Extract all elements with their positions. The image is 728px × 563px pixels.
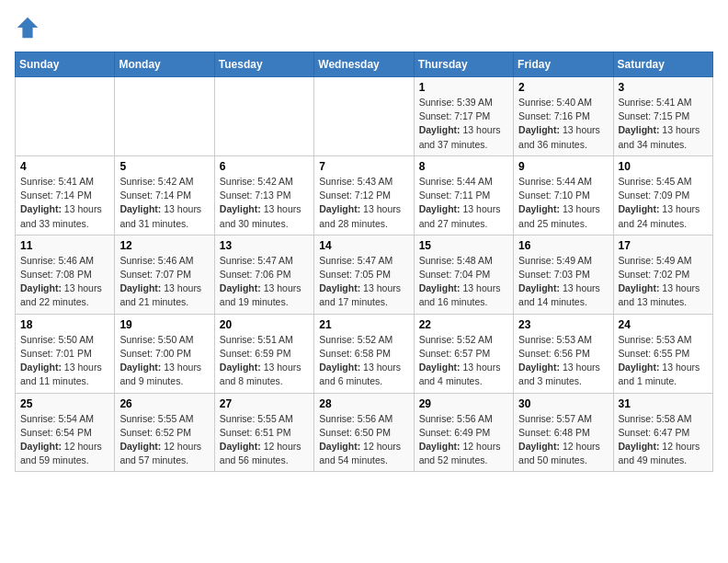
day-number: 8 bbox=[419, 160, 508, 173]
calendar-week-row: 11Sunrise: 5:46 AMSunset: 7:08 PMDayligh… bbox=[16, 235, 713, 314]
calendar-cell: 31Sunrise: 5:58 AMSunset: 6:47 PMDayligh… bbox=[613, 393, 712, 472]
day-detail: Sunrise: 5:49 AMSunset: 7:03 PMDaylight:… bbox=[518, 254, 608, 310]
calendar-table: SundayMondayTuesdayWednesdayThursdayFrid… bbox=[15, 52, 713, 472]
day-number: 17 bbox=[619, 239, 708, 252]
calendar-cell bbox=[314, 77, 414, 156]
day-detail: Sunrise: 5:50 AMSunset: 7:00 PMDaylight:… bbox=[119, 333, 209, 389]
weekday-header: Thursday bbox=[414, 52, 513, 77]
day-detail: Sunrise: 5:54 AMSunset: 6:54 PMDaylight:… bbox=[20, 412, 109, 468]
day-number: 10 bbox=[619, 160, 708, 173]
calendar-cell: 14Sunrise: 5:47 AMSunset: 7:05 PMDayligh… bbox=[314, 235, 414, 314]
calendar-week-row: 4Sunrise: 5:41 AMSunset: 7:14 PMDaylight… bbox=[16, 155, 713, 235]
logo-icon bbox=[15, 15, 40, 40]
calendar-cell: 28Sunrise: 5:56 AMSunset: 6:50 PMDayligh… bbox=[314, 393, 414, 472]
day-detail: Sunrise: 5:50 AMSunset: 7:01 PMDaylight:… bbox=[20, 333, 109, 389]
day-detail: Sunrise: 5:58 AMSunset: 6:47 PMDaylight:… bbox=[619, 412, 708, 468]
calendar-cell bbox=[115, 77, 214, 156]
day-number: 28 bbox=[319, 397, 408, 410]
calendar-cell: 8Sunrise: 5:44 AMSunset: 7:11 PMDaylight… bbox=[414, 155, 513, 235]
calendar-cell: 17Sunrise: 5:49 AMSunset: 7:02 PMDayligh… bbox=[613, 235, 712, 314]
day-number: 21 bbox=[319, 318, 408, 331]
day-number: 15 bbox=[419, 239, 508, 252]
calendar-cell: 11Sunrise: 5:46 AMSunset: 7:08 PMDayligh… bbox=[16, 235, 115, 314]
day-detail: Sunrise: 5:56 AMSunset: 6:50 PMDaylight:… bbox=[319, 412, 408, 468]
day-number: 16 bbox=[518, 239, 608, 252]
day-detail: Sunrise: 5:52 AMSunset: 6:57 PMDaylight:… bbox=[419, 333, 508, 389]
calendar-cell: 24Sunrise: 5:53 AMSunset: 6:55 PMDayligh… bbox=[613, 314, 712, 393]
day-detail: Sunrise: 5:45 AMSunset: 7:09 PMDaylight:… bbox=[619, 175, 708, 231]
day-detail: Sunrise: 5:42 AMSunset: 7:13 PMDaylight:… bbox=[220, 175, 309, 231]
calendar-cell: 30Sunrise: 5:57 AMSunset: 6:48 PMDayligh… bbox=[514, 393, 613, 472]
weekday-header: Wednesday bbox=[314, 52, 414, 77]
day-detail: Sunrise: 5:40 AMSunset: 7:16 PMDaylight:… bbox=[518, 96, 608, 152]
calendar-cell: 23Sunrise: 5:53 AMSunset: 6:56 PMDayligh… bbox=[514, 314, 613, 393]
calendar-week-row: 25Sunrise: 5:54 AMSunset: 6:54 PMDayligh… bbox=[16, 393, 713, 472]
day-detail: Sunrise: 5:56 AMSunset: 6:49 PMDaylight:… bbox=[419, 412, 508, 468]
calendar-cell: 4Sunrise: 5:41 AMSunset: 7:14 PMDaylight… bbox=[16, 155, 115, 235]
calendar-cell: 10Sunrise: 5:45 AMSunset: 7:09 PMDayligh… bbox=[613, 155, 712, 235]
day-number: 26 bbox=[119, 397, 209, 410]
calendar-cell: 13Sunrise: 5:47 AMSunset: 7:06 PMDayligh… bbox=[214, 235, 313, 314]
calendar-cell: 16Sunrise: 5:49 AMSunset: 7:03 PMDayligh… bbox=[514, 235, 613, 314]
calendar-cell: 15Sunrise: 5:48 AMSunset: 7:04 PMDayligh… bbox=[414, 235, 513, 314]
weekday-header: Sunday bbox=[16, 52, 115, 77]
calendar-cell: 9Sunrise: 5:44 AMSunset: 7:10 PMDaylight… bbox=[514, 155, 613, 235]
day-detail: Sunrise: 5:55 AMSunset: 6:51 PMDaylight:… bbox=[220, 412, 309, 468]
day-number: 24 bbox=[619, 318, 708, 331]
day-number: 27 bbox=[220, 397, 309, 410]
weekday-header: Saturday bbox=[613, 52, 712, 77]
calendar-cell: 2Sunrise: 5:40 AMSunset: 7:16 PMDaylight… bbox=[514, 77, 613, 156]
day-detail: Sunrise: 5:48 AMSunset: 7:04 PMDaylight:… bbox=[419, 254, 508, 310]
day-detail: Sunrise: 5:41 AMSunset: 7:14 PMDaylight:… bbox=[20, 175, 109, 231]
day-number: 13 bbox=[220, 239, 309, 252]
weekday-header: Friday bbox=[514, 52, 613, 77]
day-number: 3 bbox=[619, 81, 708, 94]
day-number: 23 bbox=[518, 318, 608, 331]
calendar-cell: 26Sunrise: 5:55 AMSunset: 6:52 PMDayligh… bbox=[115, 393, 214, 472]
day-number: 11 bbox=[20, 239, 109, 252]
day-number: 22 bbox=[419, 318, 508, 331]
day-number: 30 bbox=[518, 397, 608, 410]
calendar-cell bbox=[16, 77, 115, 156]
day-detail: Sunrise: 5:46 AMSunset: 7:07 PMDaylight:… bbox=[119, 254, 209, 310]
calendar-cell: 29Sunrise: 5:56 AMSunset: 6:49 PMDayligh… bbox=[414, 393, 513, 472]
day-number: 1 bbox=[419, 81, 508, 94]
day-number: 6 bbox=[220, 160, 309, 173]
calendar-cell: 22Sunrise: 5:52 AMSunset: 6:57 PMDayligh… bbox=[414, 314, 513, 393]
day-detail: Sunrise: 5:51 AMSunset: 6:59 PMDaylight:… bbox=[220, 333, 309, 389]
day-detail: Sunrise: 5:41 AMSunset: 7:15 PMDaylight:… bbox=[619, 96, 708, 152]
day-number: 20 bbox=[220, 318, 309, 331]
day-detail: Sunrise: 5:49 AMSunset: 7:02 PMDaylight:… bbox=[619, 254, 708, 310]
page-header bbox=[15, 15, 713, 40]
day-number: 31 bbox=[619, 397, 708, 410]
day-number: 9 bbox=[518, 160, 608, 173]
calendar-cell: 19Sunrise: 5:50 AMSunset: 7:00 PMDayligh… bbox=[115, 314, 214, 393]
weekday-header: Monday bbox=[115, 52, 214, 77]
day-number: 7 bbox=[319, 160, 408, 173]
calendar-cell: 20Sunrise: 5:51 AMSunset: 6:59 PMDayligh… bbox=[214, 314, 313, 393]
calendar-cell: 25Sunrise: 5:54 AMSunset: 6:54 PMDayligh… bbox=[16, 393, 115, 472]
day-detail: Sunrise: 5:53 AMSunset: 6:55 PMDaylight:… bbox=[619, 333, 708, 389]
day-number: 12 bbox=[119, 239, 209, 252]
day-detail: Sunrise: 5:47 AMSunset: 7:05 PMDaylight:… bbox=[319, 254, 408, 310]
day-number: 5 bbox=[119, 160, 209, 173]
calendar-cell: 6Sunrise: 5:42 AMSunset: 7:13 PMDaylight… bbox=[214, 155, 313, 235]
day-detail: Sunrise: 5:47 AMSunset: 7:06 PMDaylight:… bbox=[220, 254, 309, 310]
calendar-cell bbox=[214, 77, 313, 156]
day-number: 18 bbox=[20, 318, 109, 331]
day-detail: Sunrise: 5:57 AMSunset: 6:48 PMDaylight:… bbox=[518, 412, 608, 468]
calendar-cell: 1Sunrise: 5:39 AMSunset: 7:17 PMDaylight… bbox=[414, 77, 513, 156]
logo bbox=[15, 15, 44, 40]
day-detail: Sunrise: 5:43 AMSunset: 7:12 PMDaylight:… bbox=[319, 175, 408, 231]
calendar-cell: 27Sunrise: 5:55 AMSunset: 6:51 PMDayligh… bbox=[214, 393, 313, 472]
day-detail: Sunrise: 5:39 AMSunset: 7:17 PMDaylight:… bbox=[419, 96, 508, 152]
calendar-cell: 18Sunrise: 5:50 AMSunset: 7:01 PMDayligh… bbox=[16, 314, 115, 393]
calendar-week-row: 1Sunrise: 5:39 AMSunset: 7:17 PMDaylight… bbox=[16, 77, 713, 156]
day-number: 25 bbox=[20, 397, 109, 410]
day-number: 29 bbox=[419, 397, 508, 410]
day-number: 19 bbox=[119, 318, 209, 331]
svg-marker-0 bbox=[17, 17, 38, 38]
calendar-week-row: 18Sunrise: 5:50 AMSunset: 7:01 PMDayligh… bbox=[16, 314, 713, 393]
day-number: 2 bbox=[518, 81, 608, 94]
day-detail: Sunrise: 5:46 AMSunset: 7:08 PMDaylight:… bbox=[20, 254, 109, 310]
